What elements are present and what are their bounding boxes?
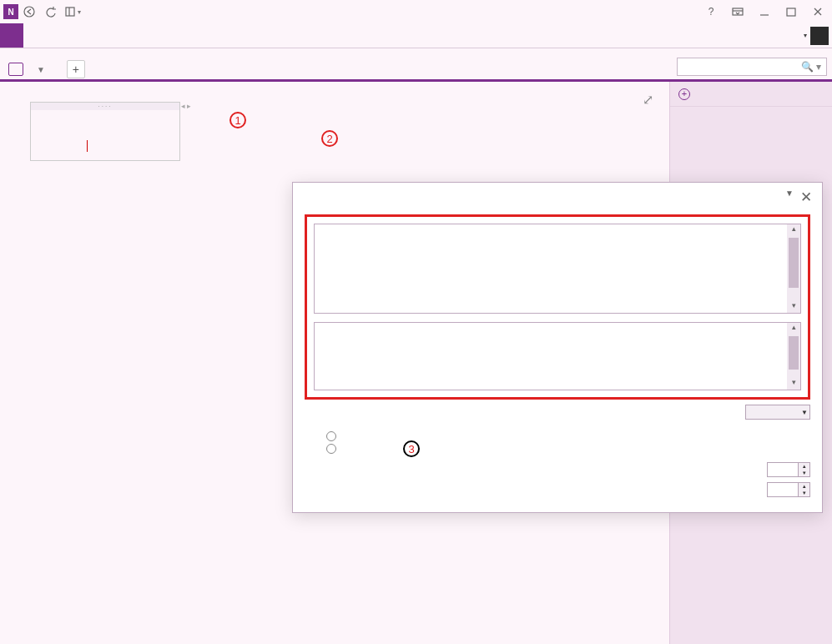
title-bar: N ▾ ?: [0, 0, 832, 23]
minimize-button[interactable]: [754, 3, 775, 20]
ribbon: ▾: [0, 23, 832, 48]
change-numbers-combo[interactable]: ▼: [745, 405, 810, 420]
sequence-scrollbar[interactable]: ▴▾: [787, 224, 800, 313]
plus-icon: +: [678, 88, 690, 100]
text-container[interactable]: ····: [30, 102, 180, 161]
start-input[interactable]: ▴▾: [767, 482, 810, 497]
customize-numbering-dialog: ▼ ✕ ▴▾ ▴▾ ▼: [292, 182, 823, 513]
svg-rect-1: [66, 8, 74, 16]
format-listbox[interactable]: ▴▾: [314, 322, 801, 390]
annotation-3-highlight: ▴▾ ▴▾: [305, 214, 810, 400]
fullpage-button[interactable]: ⤢: [643, 92, 658, 107]
chevron-down-icon: ▼: [37, 65, 45, 74]
add-page-button[interactable]: +: [670, 82, 832, 107]
format-scrollbar[interactable]: ▴▾: [787, 323, 800, 390]
notebook-icon: [8, 63, 23, 76]
add-section-button[interactable]: +: [67, 60, 85, 78]
dialog-close-button[interactable]: ✕: [800, 189, 812, 206]
file-tab[interactable]: [0, 23, 23, 48]
svg-rect-6: [787, 8, 795, 16]
dock-button[interactable]: ▾: [62, 2, 83, 22]
dialog-dropdown-icon[interactable]: ▼: [785, 189, 794, 206]
notebook-picker[interactable]: ▼: [8, 63, 45, 79]
maximize-button[interactable]: [780, 3, 802, 20]
back-button[interactable]: [18, 2, 40, 22]
annotation-3-badge: 3: [403, 440, 420, 457]
annotation-1-badge: 1: [229, 112, 246, 128]
spacing-input[interactable]: ▴▾: [767, 462, 810, 477]
annotation-2-badge: 2: [321, 130, 338, 147]
alignment-right-radio[interactable]: [326, 444, 810, 454]
section-strip: ▼ + 🔍 ▾: [0, 48, 832, 82]
close-button[interactable]: [807, 3, 829, 20]
dialog-titlebar: ▼ ✕: [293, 183, 822, 211]
ribbon-toggle-button[interactable]: [727, 3, 749, 20]
avatar: [810, 27, 829, 45]
search-input[interactable]: 🔍 ▾: [677, 58, 827, 76]
onenote-icon: N: [3, 4, 18, 19]
sequence-listbox[interactable]: ▴▾: [314, 224, 801, 314]
user-menu[interactable]: ▾: [800, 23, 832, 48]
container-handle[interactable]: ····: [30, 102, 180, 110]
help-button[interactable]: ?: [700, 3, 722, 20]
search-icon: 🔍 ▾: [801, 61, 821, 73]
undo-button[interactable]: [40, 2, 62, 22]
svg-point-0: [24, 7, 34, 17]
alignment-left-radio[interactable]: [326, 431, 810, 441]
